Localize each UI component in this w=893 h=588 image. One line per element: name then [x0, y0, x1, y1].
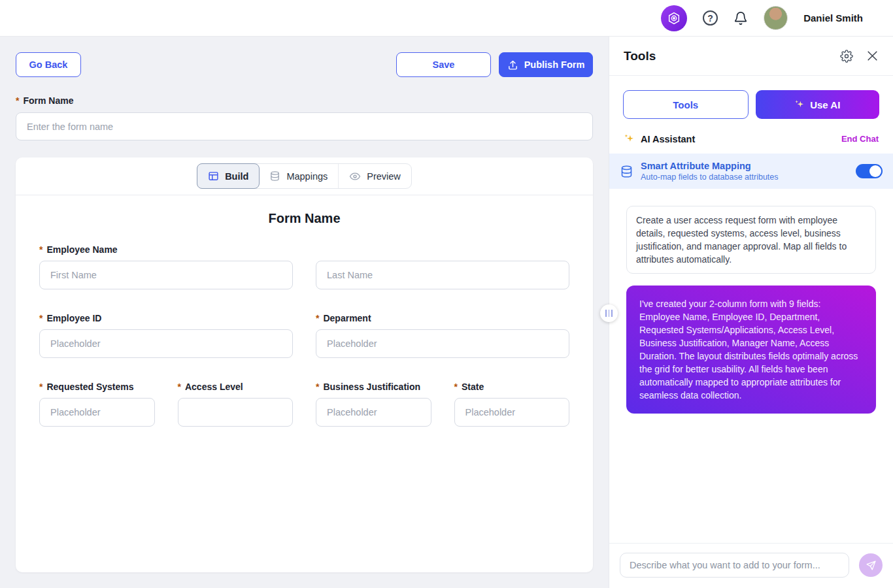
panel-title: Tools [624, 49, 840, 63]
last-name-input[interactable] [316, 261, 569, 289]
field-department: * Deparment [316, 313, 569, 358]
field-employee-name: * Employee Name [39, 244, 569, 289]
field-access-level: * Access Level [178, 382, 294, 427]
field-employee-id: * Employee ID [39, 313, 293, 358]
required-marker: * [39, 313, 42, 323]
field-requested-systems: * Requested Systems [39, 382, 155, 427]
panel-tab-tools[interactable]: Tools [623, 90, 749, 119]
tab-mappings[interactable]: Mappings [259, 164, 338, 188]
send-plane-icon [866, 560, 877, 571]
panel-settings-gear-icon[interactable] [840, 50, 853, 63]
notifications-bell-icon[interactable] [733, 11, 748, 25]
smart-attribute-mapping-row: Smart Attribute Mapping Auto-map fields … [609, 154, 893, 189]
employee-id-input[interactable] [39, 329, 293, 358]
chat-area: Create a user access request form with e… [609, 189, 893, 543]
required-marker: * [39, 382, 42, 392]
help-icon[interactable]: ? [703, 10, 718, 25]
send-button[interactable] [859, 553, 883, 577]
smart-mapping-subtitle: Auto-map fields to database attributes [641, 172, 779, 182]
tab-build[interactable]: Build [197, 163, 260, 189]
required-marker: * [316, 382, 319, 392]
tools-panel: Tools Tools [609, 37, 893, 588]
first-name-input[interactable] [39, 261, 293, 289]
department-input[interactable] [316, 329, 569, 358]
required-marker: * [16, 95, 19, 106]
end-chat-link[interactable]: End Chat [841, 134, 879, 144]
panel-close-icon[interactable] [866, 50, 879, 62]
required-marker: * [39, 244, 42, 255]
upload-icon [507, 59, 518, 71]
hexagon-gear-icon [667, 11, 681, 25]
save-button[interactable]: Save [396, 52, 491, 77]
form-fields-grid: * Employee Name * Employee ID [39, 244, 569, 427]
form-title: Form Name [39, 211, 569, 226]
builder-tabs-bar: Build Mappings [16, 157, 593, 195]
business-justification-input[interactable] [316, 398, 431, 427]
avatar[interactable] [764, 6, 788, 30]
required-marker: * [178, 382, 181, 392]
user-name: Daniel Smith [803, 12, 863, 24]
chat-message-assistant: I've created your 2-column form with 9 f… [626, 286, 876, 414]
database-icon [620, 165, 633, 178]
chat-message-user: Create a user access request form with e… [626, 206, 876, 274]
required-marker: * [316, 313, 319, 323]
publish-form-button[interactable]: Publish Form [499, 52, 593, 77]
state-input[interactable] [454, 398, 570, 427]
builder-card: Build Mappings [16, 157, 593, 572]
requested-systems-input[interactable] [39, 398, 155, 427]
go-back-button[interactable]: Go Back [16, 52, 81, 77]
field-business-justification: * Business Justification [316, 382, 431, 427]
app-logo[interactable] [661, 5, 687, 31]
sparkles-icon [624, 133, 635, 144]
publish-form-label: Publish Form [524, 59, 585, 70]
eye-icon [349, 171, 361, 182]
database-icon [269, 171, 280, 182]
field-state: * State [454, 382, 570, 427]
form-name-label: * Form Name [16, 95, 593, 106]
panel-tab-use-ai[interactable]: Use AI [756, 90, 880, 119]
top-bar: ? Daniel Smith [0, 0, 893, 37]
layout-icon [208, 171, 219, 182]
smart-mapping-toggle[interactable] [856, 164, 883, 178]
required-marker: * [454, 382, 458, 392]
access-level-input[interactable] [178, 398, 294, 427]
chat-input[interactable] [620, 553, 849, 578]
smart-mapping-title: Smart Attribute Mapping [641, 161, 779, 171]
form-name-input[interactable] [16, 112, 593, 140]
ai-assistant-title: AI Assistant [641, 134, 695, 144]
tab-preview[interactable]: Preview [338, 164, 411, 188]
form-builder-canvas: Go Back Save Publish Form * Form Name [0, 37, 609, 588]
panel-resize-handle[interactable] [600, 304, 618, 322]
sparkles-icon [794, 99, 805, 110]
